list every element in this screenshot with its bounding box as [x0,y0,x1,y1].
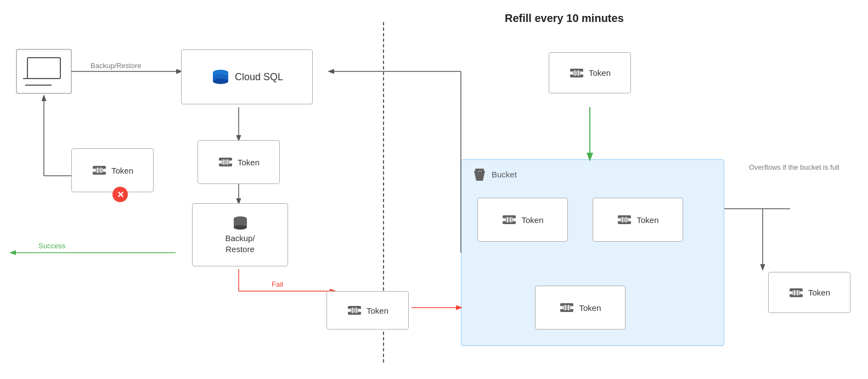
svg-point-78 [560,306,563,309]
token1-label: Token [111,166,133,175]
token-refill-label: Token [589,68,611,77]
token-overflow-label: Token [808,288,830,297]
token-overflow-node: Token [768,272,850,313]
token-bucket2-icon [617,214,632,225]
token-bucket3-node: Token [535,286,625,330]
svg-rect-58 [475,169,484,171]
svg-point-71 [628,218,632,221]
svg-point-70 [617,218,621,221]
svg-point-79 [571,306,574,309]
token2-label: Token [238,158,260,167]
token-bucket2-label: Token [636,215,658,225]
token2-icon [218,157,233,168]
token-bucket3-label: Token [579,303,601,313]
svg-point-22 [213,79,228,84]
svg-point-51 [570,71,573,75]
backup-restore-label: Backup/Restore [225,233,255,254]
svg-point-24 [92,169,95,172]
cloud-sql-icon [211,67,230,87]
token-fail-node: Token [326,291,409,330]
backup-restore-node: Backup/Restore [192,203,288,266]
diagram: Refill every 10 minutes [0,0,868,379]
svg-point-25 [103,169,106,172]
token-bucket1-icon [501,214,517,225]
token-bucket3-icon [559,302,574,313]
cloud-sql-node: Cloud SQL [181,49,313,104]
svg-rect-0 [16,49,71,93]
backup-restore-arrow-label: Backup/Restore [91,62,142,70]
fail-label: Fail [272,280,283,288]
bucket-label: Bucket [492,170,517,179]
svg-point-63 [513,218,516,221]
success-label: Success [38,242,65,250]
overflows-label: Overflows if the bucket is full [749,162,839,173]
token-refill-node: Token [549,52,631,93]
svg-point-41 [234,225,247,230]
svg-rect-1 [27,58,60,79]
token2-node: Token [198,140,280,184]
diagram-title: Refill every 10 minutes [505,12,624,25]
svg-point-33 [229,160,233,164]
token-fail-label: Token [367,306,388,315]
bucket-label-container: Bucket [472,166,517,182]
cloud-sql-label: Cloud SQL [235,71,283,83]
svg-rect-60 [477,171,482,172]
token-bucket1-label: Token [521,215,543,225]
token-bucket1-node: Token [477,198,568,242]
token1-icon [92,165,107,176]
token-fail-icon [347,305,362,316]
token-refill-icon [569,68,584,79]
error-badge: ✕ [112,187,128,202]
svg-marker-59 [474,171,485,181]
token1-node: Token [71,148,154,192]
svg-point-86 [789,291,792,294]
bucket-icon [472,166,487,182]
token-overflow-icon [788,287,804,298]
svg-point-44 [358,309,362,312]
svg-point-62 [502,218,505,221]
svg-point-43 [347,309,351,312]
backup-icon [232,215,249,231]
token-bucket2-node: Token [593,198,683,242]
svg-point-87 [800,291,803,294]
svg-point-32 [218,160,222,164]
svg-point-52 [580,71,584,75]
